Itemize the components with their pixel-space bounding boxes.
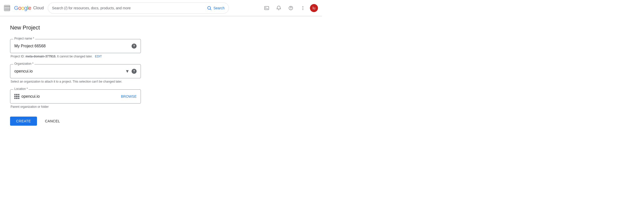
- project-name-wrapper: Project name * ?: [10, 39, 141, 53]
- notifications-button[interactable]: [274, 3, 284, 13]
- avatar-text: lu: [313, 6, 315, 10]
- more-options-icon: [302, 6, 303, 11]
- create-button[interactable]: CREATE: [10, 117, 37, 126]
- page-title: New Project: [10, 24, 312, 31]
- header: Google Cloud Search: [0, 0, 322, 16]
- logo-cloud-text: Cloud: [33, 6, 44, 10]
- edit-project-id-link[interactable]: EDIT: [95, 55, 102, 58]
- menu-icon[interactable]: [4, 5, 10, 11]
- main-content: New Project Project name * ? Project ID:…: [0, 16, 322, 134]
- search-button-label: Search: [213, 6, 224, 10]
- more-options-button[interactable]: [298, 3, 308, 13]
- avatar[interactable]: lu: [310, 4, 318, 12]
- notifications-icon: [276, 6, 281, 11]
- action-buttons: CREATE CANCEL: [10, 117, 141, 126]
- organization-value: opencui.io: [14, 69, 125, 74]
- organization-hint: Select an organization to attach it to a…: [10, 80, 141, 83]
- svg-point-5: [291, 9, 291, 9]
- logo-text: Google: [14, 5, 31, 11]
- project-name-label: Project name *: [13, 37, 35, 40]
- svg-point-8: [303, 9, 303, 10]
- location-field-group: Location * opencui.io BROWSE Parent orga…: [10, 89, 141, 109]
- help-icon: [288, 6, 293, 11]
- project-id-value: meta-domain-377910.: [25, 55, 56, 58]
- chevron-down-icon: ▼: [125, 69, 130, 74]
- organization-label: Organization *: [13, 62, 34, 65]
- svg-rect-2: [265, 6, 269, 10]
- svg-line-1: [210, 9, 211, 10]
- terminal-icon: [264, 6, 269, 11]
- svg-point-6: [303, 6, 303, 7]
- project-id-label: Project ID:: [11, 55, 25, 58]
- svg-point-7: [303, 8, 303, 8]
- location-value: opencui.io: [21, 94, 119, 99]
- project-name-help-icon[interactable]: ?: [132, 44, 137, 49]
- project-name-field-group: Project name * ? Project ID: meta-domain…: [10, 39, 141, 58]
- project-name-input[interactable]: [14, 44, 132, 48]
- browse-button[interactable]: BROWSE: [121, 94, 137, 98]
- terminal-button[interactable]: [262, 3, 272, 13]
- location-hint: Parent organization or folder: [10, 105, 141, 109]
- search-icon: [207, 6, 212, 11]
- organization-dropdown[interactable]: Organization * opencui.io ▼ ?: [10, 64, 141, 78]
- search-bar: Search: [48, 3, 229, 14]
- organization-field-group: Organization * opencui.io ▼ ? Select an …: [10, 64, 141, 83]
- search-input[interactable]: [52, 6, 205, 10]
- organization-grid-icon: [14, 94, 19, 99]
- help-button[interactable]: [286, 3, 296, 13]
- search-button[interactable]: Search: [207, 6, 224, 11]
- location-label: Location *: [13, 87, 29, 91]
- header-actions: lu: [262, 3, 318, 13]
- location-wrapper: Location * opencui.io BROWSE: [10, 89, 141, 103]
- project-id-suffix: It cannot be changed later.: [57, 55, 93, 58]
- google-cloud-logo: Google Cloud: [14, 5, 44, 11]
- organization-help-icon[interactable]: ?: [132, 69, 137, 74]
- project-id-hint: Project ID: meta-domain-377910. It canno…: [10, 55, 141, 58]
- new-project-form: Project name * ? Project ID: meta-domain…: [10, 39, 141, 126]
- cancel-button[interactable]: CANCEL: [39, 117, 66, 126]
